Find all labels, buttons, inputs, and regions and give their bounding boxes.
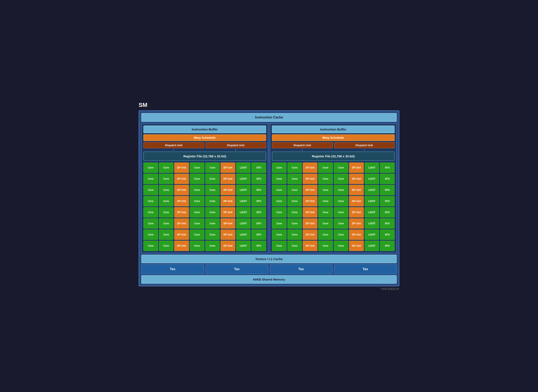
left-instruction-buffer: Instruction Buffer <box>143 126 266 133</box>
grid-cell: SFU <box>380 163 395 173</box>
grid-cell: DP Unit <box>349 241 364 251</box>
grid-cell: Core <box>334 229 349 240</box>
grid-cell: DP Unit <box>221 163 235 173</box>
grid-cell: Core <box>288 218 302 229</box>
grid-cell: DP Unit <box>221 229 235 240</box>
shared-memory: 64KB Shared Memory <box>141 275 397 284</box>
grid-cell: DP Unit <box>174 207 189 218</box>
right-cores-grid: CoreCoreDP UnitCoreCoreDP UnitLD/STSFUCo… <box>272 163 395 251</box>
grid-cell: Core <box>318 163 333 173</box>
right-instruction-buffer: Instruction Buffer <box>272 126 395 133</box>
grid-cell: SFU <box>251 229 266 240</box>
grid-cell: Core <box>159 207 174 218</box>
grid-cell: Core <box>288 163 302 173</box>
grid-cell: Core <box>143 163 158 173</box>
grid-cell: Core <box>318 196 333 206</box>
grid-cell: Core <box>190 241 204 251</box>
grid-cell: LD/ST <box>236 185 251 195</box>
grid-cell: DP Unit <box>349 196 364 206</box>
grid-cell: Core <box>159 174 174 184</box>
tex-unit-2: Tex <box>206 264 268 274</box>
grid-cell: DP Unit <box>303 241 317 251</box>
grid-cell: LD/ST <box>365 241 379 251</box>
left-register-file: Register File (32,768 x 32-bit) <box>143 152 266 161</box>
grid-cell: DP Unit <box>221 207 235 218</box>
grid-cell: DP Unit <box>174 241 189 251</box>
left-warp-scheduler: Warp Scheduler <box>143 134 266 141</box>
tex-unit-1: Tex <box>141 264 204 274</box>
grid-cell: Core <box>288 196 302 206</box>
tex-unit-4: Tex <box>334 264 397 274</box>
left-half: Instruction Buffer Warp Scheduler Dispat… <box>141 123 268 253</box>
right-warp-scheduler: Warp Scheduler <box>272 134 395 141</box>
grid-cell: Core <box>190 229 204 240</box>
left-dispatch-row: Dispatch Unit Dispatch Unit <box>143 142 266 148</box>
grid-cell: Core <box>288 229 302 240</box>
grid-cell: Core <box>190 163 204 173</box>
grid-cell: Core <box>318 229 333 240</box>
grid-cell: Core <box>159 218 174 229</box>
grid-cell: Core <box>143 241 158 251</box>
grid-cell: Core <box>288 185 302 195</box>
sm-box: Instruction Cache Instruction Buffer War… <box>139 110 399 286</box>
grid-cell: Core <box>318 241 333 251</box>
grid-cell: LD/ST <box>365 218 379 229</box>
grid-cell: SFU <box>380 229 395 240</box>
grid-cell: Core <box>318 174 333 184</box>
grid-cell: SFU <box>380 207 395 218</box>
texture-cache: Texture / L1 Cache <box>141 255 397 263</box>
grid-cell: Core <box>205 229 220 240</box>
grid-cell: Core <box>143 174 158 184</box>
grid-cell: Core <box>190 218 204 229</box>
grid-cell: Core <box>159 229 174 240</box>
grid-cell: Core <box>190 207 204 218</box>
grid-cell: LD/ST <box>236 241 251 251</box>
grid-cell: Core <box>190 174 204 184</box>
grid-cell: DP Unit <box>349 218 364 229</box>
grid-cell: Core <box>288 174 302 184</box>
watermark: CSDN @花花少年 <box>139 287 399 290</box>
grid-cell: Core <box>159 163 174 173</box>
grid-cell: DP Unit <box>303 185 317 195</box>
grid-cell: DP Unit <box>349 185 364 195</box>
grid-cell: DP Unit <box>221 218 235 229</box>
grid-cell: SFU <box>380 174 395 184</box>
grid-cell: DP Unit <box>303 218 317 229</box>
grid-cell: DP Unit <box>303 229 317 240</box>
grid-cell: LD/ST <box>365 185 379 195</box>
grid-cell: SFU <box>380 241 395 251</box>
grid-cell: Core <box>272 185 287 195</box>
grid-cell: DP Unit <box>303 163 317 173</box>
grid-cell: Core <box>272 241 287 251</box>
grid-cell: Core <box>272 218 287 229</box>
grid-cell: DP Unit <box>349 229 364 240</box>
grid-cell: SFU <box>251 196 266 206</box>
grid-cell: DP Unit <box>174 185 189 195</box>
right-register-file: Register File (32,768 x 32-bit) <box>272 152 395 161</box>
grid-cell: DP Unit <box>349 174 364 184</box>
grid-cell: DP Unit <box>174 196 189 206</box>
grid-cell: SFU <box>251 185 266 195</box>
grid-cell: Core <box>159 185 174 195</box>
grid-cell: DP Unit <box>174 174 189 184</box>
grid-cell: LD/ST <box>236 196 251 206</box>
grid-cell: Core <box>205 196 220 206</box>
grid-cell: LD/ST <box>236 229 251 240</box>
grid-cell: LD/ST <box>236 207 251 218</box>
grid-cell: Core <box>205 218 220 229</box>
left-dispatch-unit-1: Dispatch Unit <box>143 142 204 148</box>
grid-cell: SFU <box>251 163 266 173</box>
grid-cell: LD/ST <box>236 218 251 229</box>
grid-cell: LD/ST <box>236 163 251 173</box>
grid-cell: Core <box>334 241 349 251</box>
grid-cell: DP Unit <box>349 207 364 218</box>
grid-cell: LD/ST <box>365 207 379 218</box>
grid-cell: Core <box>288 207 302 218</box>
grid-cell: Core <box>288 241 302 251</box>
left-dispatch-unit-2: Dispatch Unit <box>205 142 266 148</box>
grid-cell: DP Unit <box>174 163 189 173</box>
grid-cell: Core <box>272 207 287 218</box>
grid-cell: DP Unit <box>221 174 235 184</box>
grid-cell: LD/ST <box>365 196 379 206</box>
grid-cell: Core <box>272 174 287 184</box>
